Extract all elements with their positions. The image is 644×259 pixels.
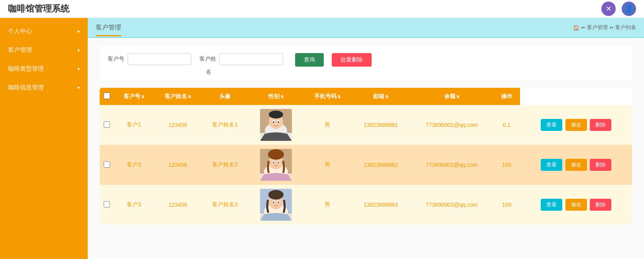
svg-point-25 — [278, 202, 279, 203]
sidebar-item-label-customer: 客户管理 — [8, 46, 32, 54]
view-button-0[interactable]: 查看 — [541, 119, 562, 131]
sort-icon-phone: ⇅ — [337, 95, 341, 99]
customer-id-field: 客户号 — [108, 53, 191, 65]
svg-point-6 — [273, 121, 274, 123]
customer-name-input[interactable] — [219, 53, 283, 65]
customer-table: 客户号⇅ 客户姓名⇅ 头像 性别⇅ 手机号码⇅ 邮箱⇅ 余额⇅ 操作 — [100, 88, 632, 225]
cell-id-label-0: 客户1 — [114, 105, 154, 145]
th-customer-id: 客户号⇅ — [114, 88, 154, 105]
cell-name-0: 客户姓名1 — [202, 105, 248, 145]
table-row: 客户1 123456 客户姓名1 男 13823888881 773890001… — [100, 105, 632, 145]
th-checkbox — [100, 88, 114, 105]
sidebar-item-coffee-info[interactable]: 咖啡信息管理 ▾ — [0, 78, 88, 97]
th-customer-name: 客户姓名⇅ — [154, 88, 202, 105]
breadcrumb-customer-list: 客户列表 — [615, 24, 636, 31]
cell-id-label-2: 客户3 — [114, 185, 154, 225]
cell-avatar-1 — [248, 145, 303, 185]
row-checkbox-2[interactable] — [104, 201, 110, 208]
cell-avatar-0 — [248, 105, 303, 145]
breadcrumb-sep1: •• — [581, 25, 585, 31]
cell-balance-0: 0.1 — [493, 105, 520, 145]
customer-name-field: 客户姓 名 — [199, 53, 283, 76]
top-nav: 客户管理 🏠 •• 客户管理 •• 客户列表 — [88, 18, 644, 38]
cell-balance-2: 100 — [493, 185, 520, 225]
svg-point-21 — [268, 190, 284, 200]
breadcrumb: 🏠 •• 客户管理 •• 客户列表 — [573, 24, 636, 31]
delete-button-0[interactable]: 删除 — [590, 119, 611, 131]
th-phone: 手机号码⇅ — [304, 88, 352, 105]
view-button-1[interactable]: 查看 — [541, 159, 562, 171]
row-checkbox-1[interactable] — [104, 161, 110, 168]
sidebar: 个人中心 ▾ 客户管理 ▾ 咖啡类型管理 ▾ 咖啡信息管理 ▾ — [0, 18, 88, 259]
customer-table-wrapper: 客户号⇅ 客户姓名⇅ 头像 性别⇅ 手机号码⇅ 邮箱⇅ 余额⇅ 操作 — [100, 88, 632, 225]
page-content: 客户号 客户姓 名 查询 批量删除 — [88, 38, 644, 259]
cell-email-1: 773890002@qq.com — [410, 145, 493, 185]
svg-point-15 — [273, 162, 274, 163]
svg-point-16 — [278, 162, 279, 163]
user-icon-button[interactable]: 👤 — [622, 2, 636, 16]
breadcrumb-customer-management: 客户管理 — [587, 24, 608, 31]
sidebar-item-coffee-type[interactable]: 咖啡类型管理 ▾ — [0, 59, 88, 78]
cell-gender-2: 男 — [304, 185, 352, 225]
customer-id-input[interactable] — [128, 53, 191, 65]
cell-name-2: 客户姓名3 — [202, 185, 248, 225]
cell-id-label-1: 客户2 — [114, 145, 154, 185]
edit-button-2[interactable]: 修改 — [565, 199, 587, 211]
cell-balance-1: 100 — [493, 145, 520, 185]
sidebar-item-customer-management[interactable]: 客户管理 ▾ — [0, 41, 88, 59]
th-avatar: 头像 — [202, 88, 248, 105]
customer-id-label: 客户号 — [108, 55, 124, 63]
th-gender: 性别⇅ — [248, 88, 303, 105]
cell-gender-1: 男 — [304, 145, 352, 185]
header: 咖啡馆管理系统 ✕ 👤 — [0, 0, 644, 18]
search-button[interactable]: 查询 — [295, 53, 324, 67]
th-actions: 操作 — [493, 88, 520, 105]
sidebar-item-label-coffee-info: 咖啡信息管理 — [8, 84, 44, 91]
select-all-checkbox[interactable] — [104, 93, 110, 99]
edit-button-1[interactable]: 修改 — [565, 159, 587, 171]
cell-actions-0: 查看 修改 删除 — [520, 105, 632, 145]
svg-point-12 — [268, 149, 284, 160]
sort-icon-gender: ⇅ — [280, 95, 284, 99]
table-row: 客户2 123456 客户姓名2 男 13823888882 773890002… — [100, 145, 632, 185]
sort-icon-id: ⇅ — [141, 95, 144, 99]
th-email: 邮箱⇅ — [351, 88, 410, 105]
chevron-down-icon: ▾ — [77, 29, 80, 34]
cell-phone-1: 13823888882 — [351, 145, 410, 185]
breadcrumb-home-icon: 🏠 — [573, 25, 579, 31]
row-checkbox-cell — [100, 105, 114, 145]
breadcrumb-sep2: •• — [610, 25, 613, 31]
main-content: 客户管理 🏠 •• 客户管理 •• 客户列表 客户号 — [88, 18, 644, 259]
chevron-down-icon: ▾ — [77, 47, 80, 53]
tab-customer-management[interactable]: 客户管理 — [96, 19, 121, 36]
cell-id-0: 123456 — [154, 105, 202, 145]
sort-icon-email: ⇅ — [385, 95, 388, 99]
sidebar-item-label-coffee-type: 咖啡类型管理 — [8, 65, 44, 73]
edit-button-0[interactable]: 修改 — [565, 119, 587, 131]
cell-avatar-2 — [248, 185, 303, 225]
header-actions: ✕ 👤 — [601, 2, 636, 16]
table-row: 客户3 123456 客户姓名3 男 13823888883 773890003… — [100, 185, 632, 225]
delete-button-1[interactable]: 删除 — [590, 159, 611, 171]
svg-point-7 — [278, 121, 279, 123]
delete-button-2[interactable]: 删除 — [590, 199, 611, 211]
row-checkbox-cell — [100, 185, 114, 225]
table-header-row: 客户号⇅ 客户姓名⇅ 头像 性别⇅ 手机号码⇅ 邮箱⇅ 余额⇅ 操作 — [100, 88, 632, 105]
customer-name-label: 客户姓 — [199, 55, 216, 63]
sidebar-item-personal-center[interactable]: 个人中心 ▾ — [0, 22, 88, 41]
th-balance: 余额⇅ — [410, 88, 493, 105]
row-checkbox-cell — [100, 145, 114, 185]
svg-point-3 — [269, 111, 283, 119]
cell-email-0: 773890001@qq.com — [410, 105, 493, 145]
row-checkbox-0[interactable] — [104, 121, 110, 128]
search-bar: 客户号 客户姓 名 查询 批量删除 — [100, 46, 632, 80]
view-button-2[interactable]: 查看 — [541, 199, 562, 211]
cell-name-1: 客户姓名2 — [202, 145, 248, 185]
cell-actions-1: 查看 修改 删除 — [520, 145, 632, 185]
close-icon-button[interactable]: ✕ — [601, 2, 616, 16]
chevron-down-icon: ▾ — [77, 66, 80, 72]
cell-phone-2: 13823888883 — [351, 185, 410, 225]
batch-delete-button[interactable]: 批量删除 — [332, 53, 372, 67]
cell-email-2: 773890003@qq.com — [410, 185, 493, 225]
sort-icon-name: ⇅ — [188, 95, 191, 99]
